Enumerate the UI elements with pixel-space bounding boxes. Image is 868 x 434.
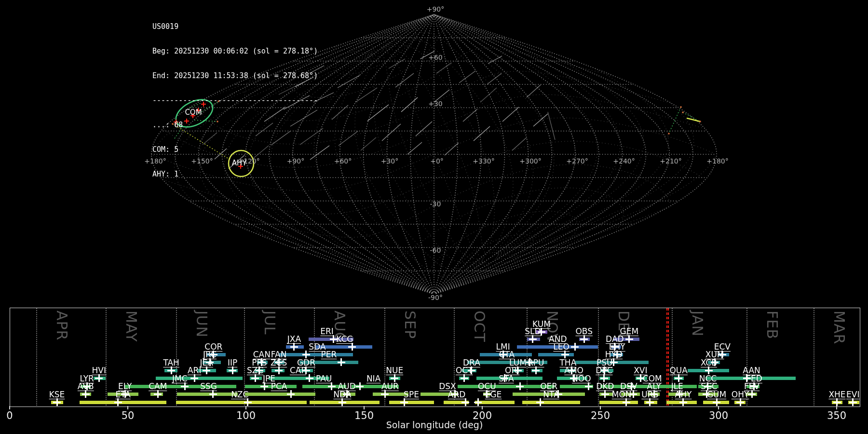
begin-time: Beg: 20251230 00:06:02 (sol = 278.18°): [152, 47, 318, 55]
x-axis-tick-label: 50: [122, 410, 135, 421]
x-axis-tick: [364, 406, 365, 409]
shower-peak-marker-urs: [646, 398, 654, 406]
shower-peak-marker-nta: [536, 398, 544, 406]
shower-peak-marker-hvi: [95, 374, 103, 382]
shower-label-nzc: NZC: [231, 390, 248, 399]
x-axis-title: Solar longitude (deg): [386, 420, 483, 430]
shower-peak-marker-gem: [625, 335, 633, 343]
shower-label-avb: AVB: [78, 381, 94, 391]
current-solar-longitude-line: [668, 308, 669, 406]
map-longitude-label: +210°: [660, 157, 681, 165]
shower-label-ahy: AHY: [675, 390, 692, 399]
shower-peak-marker-oct: [461, 374, 468, 382]
shower-peak-marker-nda: [339, 398, 346, 406]
x-axis-tick-label: 250: [591, 410, 610, 421]
shower-label-pau: PAU: [316, 374, 332, 383]
shower-label-sta: STA: [499, 374, 514, 383]
map-pole-label: -90°: [428, 294, 443, 301]
x-axis-tick-label: 300: [709, 410, 728, 421]
month-boundary-line-aug: [314, 308, 315, 406]
shower-peak-marker-xcb: [705, 366, 713, 374]
map-latitude-label: +30: [428, 100, 443, 108]
sky-map-canvas: [0, 0, 868, 309]
shower-label-nda: NDA: [333, 390, 351, 399]
shower-label-iip: IIP: [228, 358, 237, 367]
shower-peak-marker-and: [571, 343, 579, 351]
shower-label-cam: CAM: [149, 381, 167, 391]
shower-label-cap: CAP: [290, 366, 306, 375]
map-longitude-label: +300°: [519, 157, 541, 165]
map-longitude-label: +180°: [706, 157, 728, 165]
shower-label-qua: QUA: [669, 366, 687, 375]
shower-label-rpu: RPU: [528, 358, 544, 367]
shower-label-ssg: SSG: [200, 381, 217, 391]
map-longitude-label: +330°: [473, 157, 494, 165]
month-boundary-line-apr: [36, 308, 37, 406]
shower-peak-marker-ard: [461, 398, 469, 406]
shower-label-szc: SZC: [247, 366, 263, 375]
shower-peak-marker-leo: [561, 351, 569, 358]
shower-label-jmc: JMC: [172, 374, 188, 383]
shower-label-kse: KSE: [49, 390, 65, 399]
shower-peak-marker-gum: [713, 398, 720, 406]
shower-peak-marker-iip: [229, 366, 236, 374]
map-latitude-label: -60: [430, 246, 441, 254]
shower-peak-marker-jpe: [260, 382, 268, 390]
shower-peak-marker-kcg: [348, 343, 356, 351]
shower-peak-marker-nzc: [244, 398, 252, 406]
month-label-sep: SEP: [402, 311, 419, 339]
month-label-apr: APR: [54, 311, 70, 340]
shower-label-aur: AUR: [381, 381, 399, 391]
x-axis-tick: [836, 406, 837, 409]
shower-peak-marker-sld: [529, 335, 537, 343]
month-label-jan: JAN: [689, 311, 706, 337]
shower-peak-marker-dkd: [601, 390, 609, 398]
x-axis-tick: [245, 406, 246, 409]
shower-label-urs: URS: [641, 390, 658, 399]
map-longitude-label: +90°: [287, 157, 305, 165]
shower-peak-marker-tah: [167, 366, 175, 374]
map-longitude-label: +30°: [381, 157, 399, 165]
shower-label-obs: OBS: [575, 326, 593, 336]
shower-peak-marker-jea: [203, 366, 210, 374]
shower-timeline-chart: APRMAYJUNJULAUGSEPOCTNOVDECJANFEBMAR0501…: [0, 307, 868, 434]
shower-label-dpc: DPC: [596, 366, 612, 375]
shower-peak-marker-per: [338, 358, 345, 366]
shower-peak-marker-rpu: [532, 366, 540, 374]
end-time: End: 20251230 11:53:38 (sol = 278.68°): [152, 72, 318, 80]
shower-peak-marker-szc: [251, 374, 259, 382]
shower-peak-marker-cam: [154, 390, 162, 398]
map-longitude-label: +150°: [191, 157, 213, 165]
shower-label-ege: EGE: [485, 390, 502, 399]
x-axis-tick: [482, 406, 483, 409]
month-label-feb: FEB: [764, 311, 781, 339]
shower-label-leo: LEO: [553, 342, 570, 352]
shower-peak-marker-nia: [356, 382, 364, 390]
shower-label-ard: ARD: [448, 390, 466, 399]
month-boundary-line-mar: [814, 308, 814, 406]
shower-peak-marker-ohy: [736, 398, 744, 406]
shower-bar-sda: [279, 353, 353, 356]
shower-peak-marker-kse: [53, 398, 61, 406]
x-axis-tick: [127, 406, 128, 409]
station-id: US0019: [152, 23, 318, 31]
shower-bar-nzc: [176, 401, 307, 404]
month-label-mar: MAR: [831, 311, 848, 344]
shower-bar-spe: [389, 401, 434, 404]
shower-label-eta: ETA: [115, 390, 130, 399]
shower-label-nta: NTA: [543, 390, 559, 399]
shower-label-tah: TAH: [163, 358, 179, 367]
shower-peak-marker-ahy: [679, 398, 687, 406]
map-longitude-label: +240°: [613, 157, 635, 165]
shower-label-ari: ARI: [188, 366, 201, 375]
shower-peak-marker-nue: [391, 374, 398, 382]
map-longitude-label: +180°: [144, 157, 166, 165]
shower-peak-marker-jxa: [290, 343, 298, 351]
shower-peak-marker-dpc: [600, 374, 608, 382]
shower-peak-marker-aur: [381, 390, 389, 398]
month-boundary-line-may: [106, 308, 107, 406]
month-boundary-line-jun: [176, 308, 177, 406]
month-label-jul: JUL: [261, 311, 278, 335]
shower-peak-marker-jmc: [181, 382, 189, 390]
x-axis-tick: [718, 406, 719, 409]
